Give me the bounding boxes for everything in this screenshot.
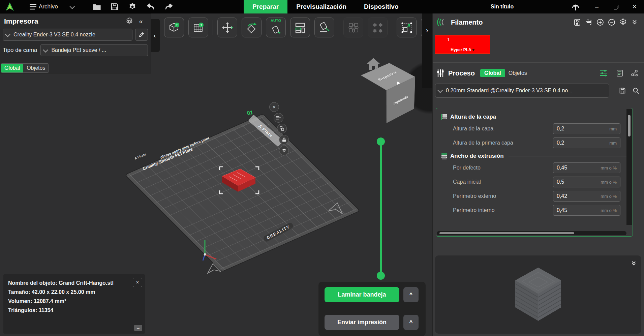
settings-horizontal-scrollbar[interactable] [437, 231, 626, 235]
toolbar-expand-button[interactable]: › [422, 13, 432, 88]
caret-up-icon: ^ [409, 319, 413, 326]
lay-on-face-button[interactable] [314, 18, 334, 37]
filament-slot-1[interactable]: 1 Hyper PLA ▾ [435, 35, 490, 54]
plate-delete-button[interactable]: × [269, 102, 279, 112]
search-settings-button[interactable] [630, 85, 642, 96]
plate-lock-button[interactable] [279, 135, 289, 145]
scale-button[interactable] [397, 18, 417, 37]
remove-filament-button[interactable] [606, 17, 617, 28]
setting-row: Capa inicial 0,5 mm o % [436, 175, 633, 189]
file-menu-label: Archivo [39, 3, 58, 10]
process-profile-select[interactable]: 0.20mm Standard @Creality Ender-3 V3 SE … [435, 84, 609, 98]
move-button[interactable] [217, 18, 237, 37]
setting-input-first-layer-height[interactable]: 0,2 mm [553, 138, 620, 148]
settings-vertical-scrollbar[interactable] [626, 109, 632, 225]
undo-icon [146, 3, 155, 10]
save-button[interactable] [106, 0, 123, 13]
layer-slider-top-handle[interactable] [377, 138, 385, 146]
auto-orient-button[interactable]: AUTO [266, 18, 286, 37]
plate-corner-logo-icon [206, 263, 221, 274]
send-print-button[interactable]: Enviar impresión [325, 315, 399, 330]
add-filament-button[interactable] [594, 17, 606, 28]
settings-button[interactable] [123, 0, 142, 13]
ams-button[interactable] [572, 17, 583, 28]
plate-number-label: 01 [247, 110, 253, 116]
printer-settings-button[interactable] [124, 16, 135, 27]
save-profile-button[interactable] [617, 85, 628, 96]
info-minimize-button[interactable]: – [134, 325, 142, 331]
setting-row: Perímetro externo 0,42 mm o % [436, 189, 633, 203]
scrollbar-thumb[interactable] [628, 115, 631, 136]
rotate-button[interactable] [242, 18, 262, 37]
model-grand-crift[interactable] [216, 162, 263, 199]
layer-slider[interactable] [380, 141, 382, 276]
tab-objetos[interactable]: Objetos [23, 64, 49, 72]
filament-collapse-button[interactable] [629, 17, 640, 28]
undo-button[interactable] [142, 0, 160, 13]
minimize-button[interactable]: – [587, 0, 606, 13]
pattern-fill-button[interactable] [368, 18, 388, 37]
setting-input-default-width[interactable]: 0,45 mm o % [553, 162, 620, 173]
preview-collapse-button[interactable] [628, 257, 639, 269]
lock-icon [282, 138, 286, 142]
minimize-icon: – [137, 325, 140, 331]
parameter-table-button[interactable] [614, 67, 625, 79]
setting-input-initial-layer-width[interactable]: 0,5 mm o % [553, 177, 620, 187]
tab-dispositivo[interactable]: Dispositivo [355, 0, 407, 13]
bed-type-select[interactable]: Bandeja PEI suave / ... [40, 44, 148, 56]
send-options-button[interactable]: ^ [403, 315, 419, 330]
setting-input-outer-wall-width[interactable]: 0,42 mm o % [553, 191, 620, 202]
share-profile-button[interactable] [629, 67, 640, 79]
plate-settings-button[interactable] [279, 146, 289, 155]
info-close-button[interactable]: × [133, 278, 142, 287]
slice-plate-button[interactable]: Laminar bandeja [325, 287, 399, 302]
chevron-down-icon [69, 4, 75, 9]
redo-button[interactable] [160, 0, 178, 13]
process-tab-global[interactable]: Global [480, 69, 505, 77]
add-plate-button[interactable] [188, 18, 208, 37]
layer-slider-bottom-handle[interactable] [377, 272, 385, 280]
tab-global[interactable]: Global [1, 64, 23, 72]
file-menu-chevron[interactable] [65, 0, 81, 13]
tab-preparar[interactable]: Preparar [244, 0, 287, 13]
filament-settings-button[interactable] [617, 17, 629, 28]
line-width-icon [441, 153, 448, 159]
maximize-button[interactable] [606, 0, 625, 13]
plate-list-button[interactable] [274, 113, 283, 123]
titlebar-divider [84, 2, 84, 11]
open-file-button[interactable] [88, 0, 106, 13]
printer-panel: Impresora « Creality Ender-3 V3 SE 0.4 n… [0, 13, 151, 73]
file-menu[interactable]: Archivo [25, 0, 65, 13]
upload-cloud-button[interactable] [564, 0, 587, 13]
setting-value: 0,2 [557, 126, 609, 132]
close-button[interactable]: × [625, 0, 644, 13]
printer-select[interactable]: Creality Ender-3 V3 SE 0.4 nozzle [3, 29, 132, 41]
toolbar-collapse-button[interactable]: ‹ [150, 19, 160, 52]
scrollbar-thumb[interactable] [439, 232, 574, 234]
right-panel-expand-button[interactable]: ▶ [397, 80, 400, 85]
setting-value: 0,5 [557, 179, 601, 185]
action-button-area: Laminar bandeja ^ Enviar impresión ^ [318, 282, 426, 336]
plate-auto-arrange-button[interactable] [277, 124, 287, 133]
add-model-button[interactable] [164, 18, 184, 37]
section-title: Altura de la capa [450, 114, 496, 120]
advanced-settings-button[interactable] [598, 67, 609, 79]
arrange-button[interactable] [290, 18, 310, 37]
clone-button[interactable] [343, 18, 363, 37]
list-icon [276, 116, 281, 120]
view-cube[interactable]: Superior Izquierda Frontal [369, 73, 407, 111]
tab-previsualizacion[interactable]: Previsualización [287, 0, 355, 13]
printer-panel-collapse-button[interactable]: « [135, 16, 147, 27]
minimize-icon: – [595, 3, 599, 10]
hamburger-icon [29, 4, 37, 10]
filament-coil-icon [437, 18, 447, 27]
titlebar: Archivo Preparar Previsualización Dispos… [0, 0, 644, 13]
bed-type-label: Tipo de cama [3, 47, 37, 54]
process-tab-objetos[interactable]: Objetos [509, 70, 527, 76]
setting-input-inner-wall-width[interactable]: 0,45 mm o % [553, 205, 620, 216]
flush-filament-button[interactable] [583, 17, 594, 28]
slice-options-button[interactable]: ^ [403, 287, 419, 302]
setting-input-layer-height[interactable]: 0,2 mm [553, 123, 620, 134]
arrange-icon [280, 126, 284, 131]
edit-printer-button[interactable] [135, 29, 148, 41]
